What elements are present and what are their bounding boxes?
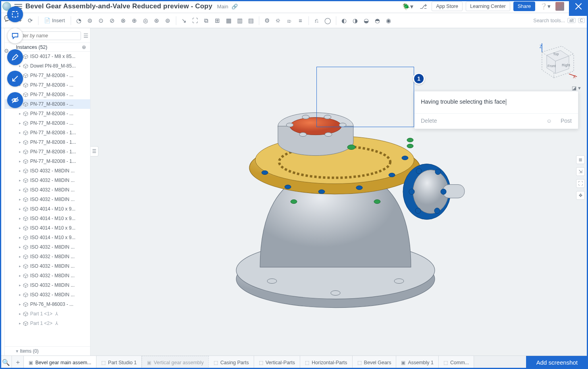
document-tab[interactable]: ▣Bevel gear main assem... [24,356,96,369]
tool-icon-24[interactable]: ◑ [351,16,360,25]
tool-icon-5[interactable]: ⊗ [119,16,128,25]
tree-row[interactable]: ▸PN-77_M-82008 - 1... [5,147,90,156]
link-icon[interactable]: 🔗 [231,4,238,10]
tree-row[interactable]: ▸ISO 4014 - M10 x 9... [5,223,90,233]
svg-point-9 [324,115,331,119]
tool-icon-15[interactable]: ▥ [235,16,245,25]
close-overlay-button[interactable] [569,0,588,16]
comment-post-button[interactable]: Post [561,118,572,124]
panel-icon-3[interactable]: ⛶ [576,179,585,188]
items-footer[interactable]: ▾Items (0) [5,346,90,355]
tool-icon-23[interactable]: ◐ [339,16,349,25]
tab-search-icon[interactable]: 🔍 [0,356,12,369]
appstore-button[interactable]: App Store [432,2,463,11]
tree-row[interactable]: ▸ISO 4032 - M8DIN ... [5,176,90,185]
tool-icon-3[interactable]: ⊙ [96,16,106,25]
tree-row[interactable]: ▸ISO 4032 - M8DIN ... [5,271,90,280]
comment-pin[interactable]: 1 [413,73,425,85]
learning-center-button[interactable]: Learning Center [466,2,510,11]
tree-row[interactable]: ▸ISO 4014 - M10 x 9... [5,233,90,242]
document-tab[interactable]: ⬚Vertical-Parts [254,356,300,369]
document-tab[interactable]: ⬚Part Studio 1 [96,356,142,369]
add-screenshot-button[interactable]: Add screenshot [526,356,588,369]
tree-row[interactable]: ▸ISO 4032 - M8DIN ... [5,280,90,290]
tree-row[interactable]: ▸ISO 4032 - M8DIN ... [5,252,90,261]
render-mode-icon[interactable]: ◪ ▾ [572,85,581,91]
tool-icon-18[interactable]: ⛭ [274,16,283,25]
tool-icon-1[interactable]: ◔ [74,16,84,25]
list-view-icon[interactable]: ☰ [83,33,89,39]
document-tab[interactable]: ⬚Casing Parts [209,356,254,369]
tool-icon-4[interactable]: ⊘ [108,16,117,25]
pencil-tool-icon[interactable] [7,49,23,65]
tool-icon-22[interactable]: ◯ [323,16,333,25]
tool-icon-7[interactable]: ◎ [141,16,150,25]
tool-icon-19[interactable]: ⎄ [285,16,294,25]
comment-tool-icon[interactable] [7,28,23,44]
comment-text-input[interactable]: Having trouble selecting this face [414,91,578,113]
tree-row[interactable]: ▸PN-77_M-82008 - ... [5,118,90,128]
capture-region-icon[interactable] [7,6,23,22]
tool-icon-12[interactable]: ⧉ [202,16,211,25]
document-tab[interactable]: ⬚Horizontal-Parts [300,356,353,369]
tool-icon-20[interactable]: ≡ [296,16,305,25]
help-icon[interactable]: ❔▾ [538,3,552,10]
tree-row[interactable]: ▸PN-77_M-82008 - 1... [5,137,90,147]
tree-row[interactable]: ▸ISO 4032 - M8DIN ... [5,261,90,271]
tree-row[interactable]: ▸ISO 4032 - M8DIN ... [5,185,90,195]
tree-row[interactable]: ▸PN-76_M-86003 - ... [5,299,90,309]
tree-row[interactable]: ▸PN-77_M-82008 - 1... [5,128,90,137]
document-tab[interactable]: ▣Vertical gear assembly [142,356,209,369]
tree-row[interactable]: ▸ISO 4014 - M10 x 9... [5,214,90,223]
tree-row[interactable]: ▸Part 1 <1>⅄ [5,309,90,319]
tool-icon-16[interactable]: ▤ [246,16,256,25]
insert-button[interactable]: 📄 Insert [42,17,67,23]
tool-icon-17[interactable]: ⚙ [262,16,272,25]
panel-icon-4[interactable]: ❖ [576,191,585,200]
tree-row[interactable]: ▸PN-77_M-82008 - 1... [5,156,90,166]
tool-icon-14[interactable]: ▦ [224,16,233,25]
tool-icon-9[interactable]: ⊚ [163,16,173,25]
share-button[interactable]: Share [513,2,535,11]
add-instance-icon[interactable]: ⊕ [82,44,86,50]
document-tab[interactable]: ▣Assembly 1 [396,356,439,369]
tree-row[interactable]: ▸ISO 4032 - M8DIN ... [5,290,90,299]
graphics-canvas[interactable]: 1 Having trouble selecting this face Del… [91,28,588,355]
tab-add-icon[interactable]: ＋ [12,356,24,369]
tool-icon-27[interactable]: ◉ [384,16,393,25]
hide-tool-icon[interactable] [7,92,23,108]
tree-row[interactable]: ▸ISO 4014 - M10 x 9... [5,204,90,214]
svg-point-16 [356,185,362,189]
part-icon [23,64,28,69]
tool-icon-8[interactable]: ⊛ [152,16,162,25]
branch-label[interactable]: Main [217,4,228,10]
tree-row[interactable]: ▸ISO 4032 - M8DIN ... [5,166,90,176]
panel-flyout-handle[interactable]: ☰ [91,146,98,156]
tree-row[interactable]: ▸ISO 4032 - M8DIN ... [5,242,90,252]
tree-row[interactable]: ▸PN-77_M-82008 - ... [5,109,90,118]
view-cube[interactable]: Top Front Right Z X ◪ ▾ [530,36,578,84]
comment-delete-button[interactable]: Delete [421,118,437,124]
user-avatar[interactable] [555,2,564,11]
emoji-icon[interactable]: ☺ [546,118,552,124]
refresh-icon[interactable]: ⟳ [25,16,35,25]
filter-input[interactable] [15,31,81,40]
tool-icon-13[interactable]: ⊞ [213,16,222,25]
tool-icon-6[interactable]: ⊕ [130,16,139,25]
panel-icon-2[interactable]: ⇲ [576,167,585,176]
document-tab[interactable]: ⬚Bevel Gears [353,356,397,369]
tree-row[interactable]: ▸Part 1 <2>⅄ [5,319,90,328]
panel-icon-1[interactable]: ≣ [576,155,585,164]
tree-row[interactable]: ▸ISO 4032 - M8DIN ... [5,195,90,204]
search-tools[interactable]: Search tools... alt C [533,18,585,23]
tool-icon-2[interactable]: ⊜ [85,16,95,25]
tool-icon-26[interactable]: ◓ [373,16,382,25]
document-tab[interactable]: ⬚Comm... [439,356,474,369]
version-graph-icon[interactable]: ⎇ [418,3,428,10]
bug-icon[interactable]: 🪲▾ [401,3,415,10]
tool-icon-10[interactable]: ↘ [179,16,189,25]
tool-icon-21[interactable]: ⎌ [312,16,322,25]
tool-icon-25[interactable]: ◒ [362,16,371,25]
tool-icon-11[interactable]: ⛶ [191,16,200,25]
arrow-tool-icon[interactable] [7,71,23,87]
